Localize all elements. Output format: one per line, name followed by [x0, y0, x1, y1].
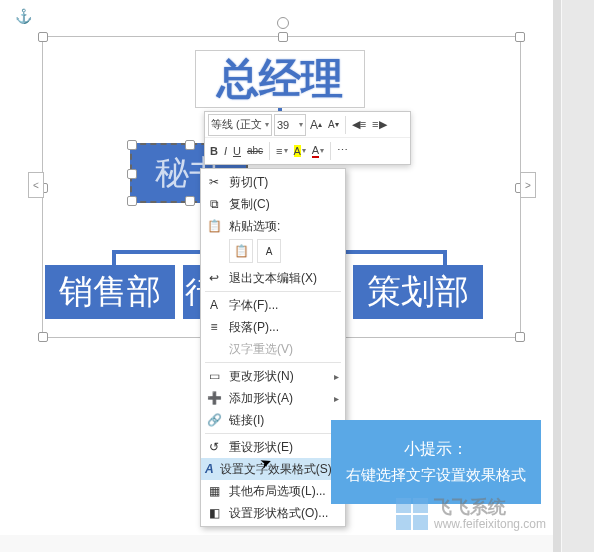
menu-add-shape[interactable]: ➕添加形状(A)▸ — [201, 387, 345, 409]
resize-handle[interactable] — [38, 332, 48, 342]
indent-right-button[interactable]: ≡▶ — [370, 115, 388, 135]
menu-shape-format[interactable]: ◧设置形状格式(O)... — [201, 502, 345, 524]
brand-url: www.feifeixitong.com — [434, 518, 546, 531]
resize-handle[interactable] — [515, 332, 525, 342]
text-effect-icon: A — [205, 462, 214, 476]
styles-button[interactable]: ⋯ — [335, 141, 350, 161]
anchor-icon: ⚓ — [15, 8, 32, 24]
menu-change-shape[interactable]: ▭更改形状(N)▸ — [201, 365, 345, 387]
copy-icon: ⧉ — [205, 197, 223, 211]
resize-handle[interactable] — [127, 169, 137, 179]
gutter — [562, 0, 594, 552]
watermark: 飞飞系统 www.feifeixitong.com — [396, 498, 546, 531]
cut-icon: ✂ — [205, 175, 223, 189]
menu-layout-options[interactable]: ▦其他布局选项(L)... — [201, 480, 345, 502]
paste-option-2[interactable]: A — [257, 239, 281, 263]
menu-paste-header: 📋粘贴选项: — [201, 215, 345, 237]
tip-body: 右键选择文字设置效果格式 — [346, 466, 526, 485]
bold-button[interactable]: B — [208, 141, 220, 161]
reset-icon: ↺ — [205, 440, 223, 454]
shape-icon: ▭ — [205, 369, 223, 383]
shrink-font-button[interactable]: A▾ — [326, 115, 341, 135]
brand-name: 飞飞系统 — [434, 498, 546, 518]
menu-paragraph[interactable]: ≡段落(P)... — [201, 316, 345, 338]
font-color-button[interactable]: A▾ — [310, 141, 326, 161]
strike-button[interactable]: abc — [245, 141, 265, 161]
mini-toolbar: 等线 (正文▾ 39▾ A▴ A▾ ◀≡ ≡▶ B I U abc ≡▾ A▾ … — [204, 111, 411, 165]
layout-icon: ▦ — [205, 484, 223, 498]
format-icon: ◧ — [205, 506, 223, 520]
tip-title: 小提示： — [404, 439, 468, 460]
resize-handle[interactable] — [38, 32, 48, 42]
paste-option-1[interactable]: 📋 — [229, 239, 253, 263]
add-shape-icon: ➕ — [205, 391, 223, 405]
brand-logo-icon — [396, 498, 428, 530]
resize-handle[interactable] — [515, 32, 525, 42]
grow-font-button[interactable]: A▴ — [308, 115, 324, 135]
menu-hanzi: 汉字重选(V) — [201, 338, 345, 360]
resize-handle[interactable] — [127, 196, 137, 206]
menu-exit-text[interactable]: ↩退出文本编辑(X) — [201, 267, 345, 289]
link-icon: 🔗 — [205, 413, 223, 427]
resize-handle[interactable] — [185, 196, 195, 206]
expand-right-tab[interactable]: > — [520, 172, 536, 198]
resize-handle[interactable] — [127, 140, 137, 150]
context-menu: ✂剪切(T) ⧉复制(C) 📋粘贴选项: 📋 A ↩退出文本编辑(X) A字体(… — [200, 168, 346, 527]
menu-text-effects[interactable]: A设置文字效果格式(S)... — [201, 458, 345, 480]
align-button[interactable]: ≡▾ — [274, 141, 289, 161]
resize-handle[interactable] — [185, 140, 195, 150]
page-edge — [553, 0, 561, 552]
italic-button[interactable]: I — [222, 141, 229, 161]
node-sales[interactable]: 销售部 — [45, 265, 175, 319]
menu-link[interactable]: 🔗链接(I) — [201, 409, 345, 431]
rotate-handle[interactable] — [277, 17, 289, 29]
menu-reset-shape[interactable]: ↺重设形状(E) — [201, 436, 345, 458]
exit-icon: ↩ — [205, 271, 223, 285]
underline-button[interactable]: U — [231, 141, 243, 161]
paste-icon: 📋 — [205, 219, 223, 233]
expand-left-tab[interactable]: < — [28, 172, 44, 198]
highlight-button[interactable]: A▾ — [292, 141, 308, 161]
node-ceo[interactable]: 总经理 — [195, 50, 365, 108]
paragraph-icon: ≡ — [205, 320, 223, 334]
menu-font[interactable]: A字体(F)... — [201, 294, 345, 316]
font-family-select[interactable]: 等线 (正文▾ — [208, 114, 272, 136]
font-size-select[interactable]: 39▾ — [274, 114, 306, 136]
tip-box: 小提示： 右键选择文字设置效果格式 — [331, 420, 541, 504]
resize-handle[interactable] — [278, 32, 288, 42]
menu-cut[interactable]: ✂剪切(T) — [201, 171, 345, 193]
menu-copy[interactable]: ⧉复制(C) — [201, 193, 345, 215]
font-icon: A — [205, 298, 223, 312]
indent-left-button[interactable]: ◀≡ — [350, 115, 368, 135]
node-planning[interactable]: 策划部 — [353, 265, 483, 319]
